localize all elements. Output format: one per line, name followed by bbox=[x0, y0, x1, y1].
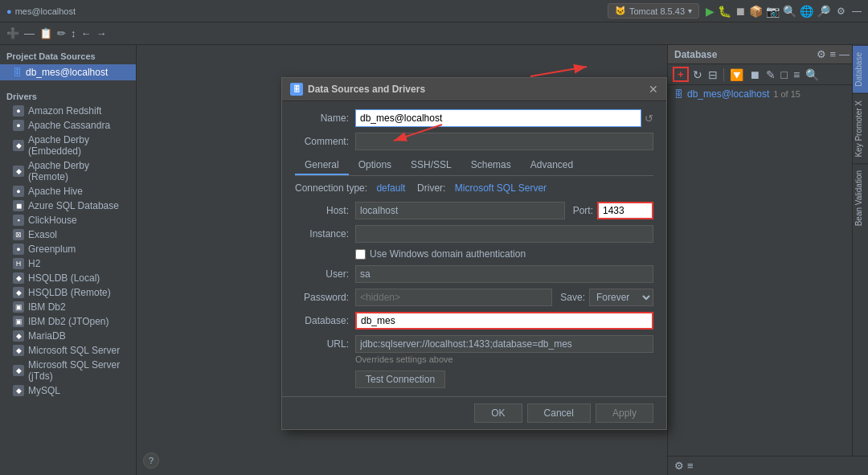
db-add-button[interactable]: + bbox=[673, 67, 689, 82]
cancel-button[interactable]: Cancel bbox=[527, 403, 591, 423]
bottom-settings-icon[interactable]: ⚙ bbox=[674, 460, 684, 472]
driver-mariadb[interactable]: ◆ MariaDB bbox=[0, 329, 136, 343]
apache-derby-embedded-icon: ◆ bbox=[13, 140, 24, 151]
drivers-section: Drivers ● Amazon Redshift ● Apache Cassa… bbox=[0, 84, 136, 401]
driver-apache-derby-remote[interactable]: ◆ Apache Derby (Remote) bbox=[0, 158, 136, 184]
db-filter-icon[interactable]: 🔽 bbox=[728, 68, 745, 82]
edit-icon[interactable]: ✏ bbox=[57, 27, 66, 39]
debug-button[interactable]: 🐛 bbox=[718, 5, 731, 18]
name-input[interactable] bbox=[355, 109, 641, 127]
panel-sort-icon[interactable]: ≡ bbox=[829, 48, 836, 60]
search-button1[interactable]: 🔍 bbox=[783, 5, 796, 18]
test-connection-button[interactable]: Test Connection bbox=[355, 371, 445, 388]
comment-input[interactable] bbox=[355, 133, 653, 150]
db-tree-item[interactable]: 🗄 db_mes@localhost 1 of 15 bbox=[668, 85, 868, 103]
db-table-icon[interactable]: □ bbox=[780, 68, 789, 82]
camera-button[interactable]: 📷 bbox=[766, 5, 780, 18]
port-input[interactable] bbox=[597, 202, 653, 219]
driver-apache-derby-embedded[interactable]: ◆ Apache Derby (Embedded) bbox=[0, 133, 136, 158]
driver-mysql[interactable]: ◆ MySQL bbox=[0, 383, 136, 398]
tomcat-dropdown-icon[interactable]: ▾ bbox=[688, 6, 692, 15]
panel-minimize-icon[interactable]: — bbox=[839, 48, 850, 60]
driver-ibm-db2-jtopen[interactable]: ▣ IBM Db2 (JTOpen) bbox=[0, 314, 136, 329]
url-input[interactable] bbox=[355, 335, 653, 353]
driver-apache-hive[interactable]: ● Apache Hive bbox=[0, 184, 136, 199]
move-icon[interactable]: ↕ bbox=[71, 27, 76, 39]
db-refresh-icon[interactable]: ↻ bbox=[691, 68, 704, 82]
driver-ibm-db2[interactable]: ▣ IBM Db2 bbox=[0, 300, 136, 314]
apache-cassandra-icon: ● bbox=[13, 120, 24, 131]
driver-greenplum[interactable]: ● Greenplum bbox=[0, 242, 136, 256]
help-button[interactable]: ? bbox=[143, 452, 159, 469]
sidebar: Project Data Sources 🗄 db_mes@localhost … bbox=[0, 45, 137, 475]
driver-azure-sql[interactable]: ◼ Azure SQL Database bbox=[0, 199, 136, 213]
exasol-icon: ⊠ bbox=[13, 229, 24, 240]
windows-auth-checkbox[interactable] bbox=[355, 249, 366, 260]
db-collapse-icon[interactable]: ⊟ bbox=[706, 68, 719, 82]
db-query-icon[interactable]: ≡ bbox=[792, 68, 801, 82]
dialog-close-button[interactable]: ✕ bbox=[649, 83, 658, 96]
top-bar-right: 🐱 Tomcat 8.5.43 ▾ ▶ 🐛 ⏹ 📦 📷 🔍 🌐 🔎 ⚙ — bbox=[608, 3, 862, 18]
db-stop-icon[interactable]: ⏹ bbox=[747, 68, 762, 82]
name-reload-icon[interactable]: ↺ bbox=[645, 113, 653, 125]
panel-settings-icon[interactable]: ⚙ bbox=[817, 48, 826, 60]
back-icon[interactable]: ← bbox=[81, 27, 92, 39]
driver-apache-cassandra[interactable]: ● Apache Cassandra bbox=[0, 118, 136, 133]
user-input[interactable] bbox=[355, 265, 653, 283]
driver-hsqldb-local[interactable]: ◆ HSQLDB (Local) bbox=[0, 271, 136, 285]
host-input[interactable] bbox=[355, 202, 565, 219]
url-hint: Overrides settings above bbox=[295, 354, 653, 364]
save-select[interactable]: Forever Session Never bbox=[589, 289, 653, 306]
bottom-menu-icon[interactable]: ≡ bbox=[687, 460, 694, 472]
vtab-database[interactable]: Database bbox=[853, 45, 868, 93]
password-input[interactable] bbox=[355, 289, 552, 306]
driver-hsqldb-remote[interactable]: ◆ HSQLDB (Remote) bbox=[0, 285, 136, 300]
tab-schemas[interactable]: Schemas bbox=[461, 156, 521, 175]
tab-options[interactable]: Options bbox=[349, 156, 401, 175]
connection-type-link[interactable]: default bbox=[376, 182, 405, 194]
forward-icon[interactable]: → bbox=[96, 27, 107, 39]
database-input[interactable] bbox=[355, 312, 653, 330]
db-edit-icon[interactable]: ✎ bbox=[764, 68, 777, 82]
instance-row: Instance: bbox=[295, 225, 653, 243]
top-bar: ● mes@localhost 🐱 Tomcat 8.5.43 ▾ ▶ 🐛 ⏹ … bbox=[0, 0, 868, 23]
instance-input[interactable] bbox=[355, 225, 653, 243]
tab-general[interactable]: General bbox=[295, 156, 349, 175]
project-data-sources-title: Project Data Sources bbox=[0, 48, 136, 64]
db-search-icon[interactable]: 🔍 bbox=[804, 68, 821, 82]
dialog-db-icon: 🗄 bbox=[290, 83, 303, 96]
stop-button[interactable]: ⏹ bbox=[735, 5, 746, 18]
driver-h2[interactable]: H H2 bbox=[0, 256, 136, 271]
driver-amazon-redshift[interactable]: ● Amazon Redshift bbox=[0, 104, 136, 118]
driver-clickhouse[interactable]: ▪ ClickHouse bbox=[0, 213, 136, 227]
driver-mssql[interactable]: ◆ Microsoft SQL Server bbox=[0, 343, 136, 358]
build-button[interactable]: 📦 bbox=[749, 5, 763, 18]
clickhouse-icon: ▪ bbox=[13, 215, 24, 226]
greenplum-icon: ● bbox=[13, 244, 24, 255]
minimize-icon[interactable]: — bbox=[852, 6, 862, 17]
sidebar-item-db-mes[interactable]: 🗄 db_mes@localhost bbox=[0, 64, 136, 80]
settings-icon[interactable]: ⚙ bbox=[837, 6, 845, 17]
vtab-key-promoter[interactable]: Key Promoter X bbox=[853, 93, 868, 164]
tab-advanced[interactable]: Advanced bbox=[521, 156, 583, 175]
mssql-icon: ◆ bbox=[13, 345, 24, 356]
apply-button[interactable]: Apply bbox=[596, 403, 653, 423]
add-icon[interactable]: ➕ bbox=[6, 27, 19, 39]
globe-button[interactable]: 🌐 bbox=[800, 5, 813, 18]
ok-button[interactable]: OK bbox=[474, 403, 522, 423]
vtab-bean-validation[interactable]: Bean Validation bbox=[853, 163, 868, 232]
tab-ssh-ssl[interactable]: SSH/SSL bbox=[401, 156, 461, 175]
database-row: Database: bbox=[295, 312, 653, 330]
driver-mssql-jtds[interactable]: ◆ Microsoft SQL Server (jTds) bbox=[0, 358, 136, 383]
search-button2[interactable]: 🔎 bbox=[817, 5, 830, 18]
driver-link[interactable]: Microsoft SQL Server bbox=[455, 182, 547, 194]
dialog-title: 🗄 Data Sources and Drivers bbox=[290, 83, 425, 96]
hsqldb-remote-label: HSQLDB (Remote) bbox=[28, 287, 111, 298]
hsqldb-local-icon: ◆ bbox=[13, 272, 24, 284]
remove-icon[interactable]: — bbox=[24, 27, 35, 39]
driver-exasol[interactable]: ⊠ Exasol bbox=[0, 227, 136, 242]
tomcat-badge[interactable]: 🐱 Tomcat 8.5.43 ▾ bbox=[608, 3, 699, 18]
mariadb-icon: ◆ bbox=[13, 330, 24, 342]
copy-icon[interactable]: 📋 bbox=[39, 27, 52, 39]
play-button[interactable]: ▶ bbox=[706, 5, 714, 18]
